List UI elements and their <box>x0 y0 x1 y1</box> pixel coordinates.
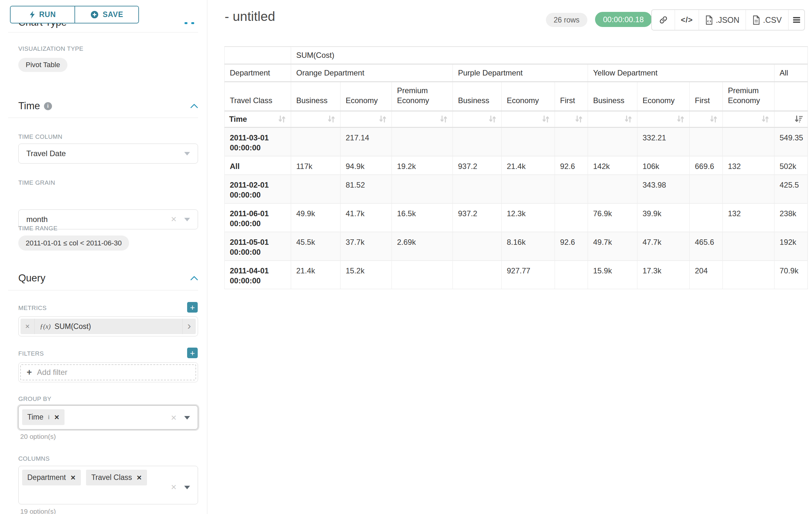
group-by-options-hint: 20 option(s) <box>20 433 56 440</box>
columns-token-travel-class[interactable]: Travel Class ✕ <box>86 470 147 485</box>
metric-pill[interactable]: × ƒ(x) SUM(Cost) › <box>21 319 196 334</box>
chevron-down-icon <box>184 152 190 156</box>
time-range-pill[interactable]: 2011-01-01 ≤ col < 2011-06-30 <box>18 236 129 250</box>
csv-file-icon <box>752 15 760 25</box>
value-cell: 106k <box>637 156 690 175</box>
plus-circle-icon <box>90 10 99 19</box>
time-column-select[interactable]: Travel Date <box>18 143 198 164</box>
value-cell: 217.14 <box>341 127 392 156</box>
value-cell: 92.6 <box>555 156 588 175</box>
chevron-up-icon[interactable] <box>190 276 198 280</box>
info-icon: i <box>44 102 52 110</box>
remove-metric-icon[interactable]: × <box>21 319 35 334</box>
add-filter-plus-button[interactable]: + <box>187 348 198 358</box>
info-icon: i <box>48 414 50 421</box>
chevron-down-icon <box>184 416 190 420</box>
export-csv-button[interactable]: .CSV <box>746 10 788 30</box>
export-csv-label: .CSV <box>763 16 782 25</box>
time-grain-value: month <box>26 215 48 224</box>
panel-resize-handle[interactable] <box>184 22 194 24</box>
column-class-header: Economy <box>341 82 392 111</box>
time-column-value: Travel Date <box>26 149 66 158</box>
remove-token-icon[interactable]: ✕ <box>137 474 142 482</box>
copy-link-button[interactable] <box>652 10 675 30</box>
save-button-label: SAVE <box>103 10 123 19</box>
value-cell: 16.5k <box>392 204 453 232</box>
value-cell: 49.9k <box>291 204 341 232</box>
column-class-header: Premium Economy <box>392 82 453 111</box>
sort-cell[interactable] <box>453 111 502 127</box>
row-key-cell: 2011-05-01 00:00:00 <box>225 232 291 261</box>
sort-cell-active-desc[interactable] <box>775 111 808 127</box>
chevron-down-icon <box>184 218 190 221</box>
query-section-title: Query <box>18 272 45 284</box>
metrics-label: METRICS <box>18 304 47 312</box>
run-button[interactable]: RUN <box>10 6 75 23</box>
value-cell: 937.2 <box>453 156 502 175</box>
value-cell: 19.2k <box>392 156 453 175</box>
time-section-header[interactable]: Time i <box>18 100 198 112</box>
chevron-right-icon[interactable]: › <box>182 319 196 334</box>
row-count-badge: 26 rows <box>546 13 587 27</box>
section-divider <box>8 117 198 118</box>
value-cell <box>555 261 588 289</box>
sort-cell[interactable] <box>392 111 453 127</box>
control-panel: Chart Type RUN SAVE VISUALIZATION TYPE P… <box>0 0 207 514</box>
sort-cell[interactable] <box>637 111 690 127</box>
remove-token-icon[interactable]: ✕ <box>70 474 76 482</box>
value-cell: 21.4k <box>502 156 555 175</box>
token-label: Travel Class <box>91 473 132 482</box>
run-save-button-group: RUN SAVE <box>10 6 139 23</box>
value-cell <box>690 127 723 156</box>
visualization-type-pill[interactable]: Pivot Table <box>18 58 67 72</box>
sort-cell[interactable] <box>502 111 555 127</box>
metric-name: SUM(Cost) <box>55 322 91 331</box>
sort-cell[interactable] <box>588 111 637 127</box>
run-button-label: RUN <box>39 10 56 19</box>
menu-button[interactable] <box>788 10 804 30</box>
row-key-cell: All <box>225 156 291 175</box>
save-button[interactable]: SAVE <box>75 6 138 23</box>
value-cell: 132 <box>723 204 775 232</box>
chevron-up-icon[interactable] <box>190 104 198 108</box>
sort-cell[interactable] <box>291 111 341 127</box>
time-grain-label: TIME GRAIN <box>18 179 55 186</box>
columns-options-hint: 19 option(s) <box>20 508 56 514</box>
value-cell <box>392 175 453 204</box>
column-class-header: First <box>555 82 588 111</box>
row-key-cell: 2011-03-01 00:00:00 <box>225 127 291 156</box>
add-filter-button[interactable]: + Add filter <box>20 364 196 380</box>
query-section-header[interactable]: Query <box>18 272 198 284</box>
group-by-select[interactable]: Time i ✕ × <box>18 405 198 430</box>
column-group-header: All <box>775 64 808 82</box>
sort-cell-time[interactable]: Time <box>225 111 291 127</box>
add-metric-button[interactable]: + <box>187 302 198 313</box>
value-cell <box>453 127 502 156</box>
sort-cell[interactable] <box>723 111 775 127</box>
visualization-type-label: VISUALIZATION TYPE <box>18 45 83 52</box>
clear-icon[interactable]: × <box>171 214 176 224</box>
column-class-header: Business <box>453 82 502 111</box>
code-icon: </> <box>681 16 693 24</box>
sort-cell[interactable] <box>341 111 392 127</box>
superset-explore-screen: Chart Type RUN SAVE VISUALIZATION TYPE P… <box>0 0 812 514</box>
value-cell: 81.52 <box>341 175 392 204</box>
value-cell <box>291 175 341 204</box>
chevron-down-icon <box>184 486 190 489</box>
columns-select[interactable]: Department ✕ Travel Class ✕ × <box>18 466 198 504</box>
value-cell <box>555 127 588 156</box>
remove-token-icon[interactable]: ✕ <box>54 413 60 421</box>
sort-cell[interactable] <box>690 111 723 127</box>
group-by-token-time[interactable]: Time i ✕ <box>22 409 64 425</box>
export-json-button[interactable]: .JSON <box>699 10 746 30</box>
pivot-table-container: SUM(Cost)DepartmentOrange DepartmentPurp… <box>224 46 808 289</box>
value-cell <box>453 232 502 261</box>
embed-code-button[interactable]: </> <box>675 10 699 30</box>
value-cell: 192k <box>775 232 808 261</box>
columns-token-department[interactable]: Department ✕ <box>22 470 81 485</box>
function-icon: ƒ(x) <box>40 323 51 330</box>
clear-icon[interactable]: × <box>171 413 176 423</box>
clear-icon[interactable]: × <box>171 482 176 492</box>
sort-cell[interactable] <box>555 111 588 127</box>
value-cell <box>453 175 502 204</box>
